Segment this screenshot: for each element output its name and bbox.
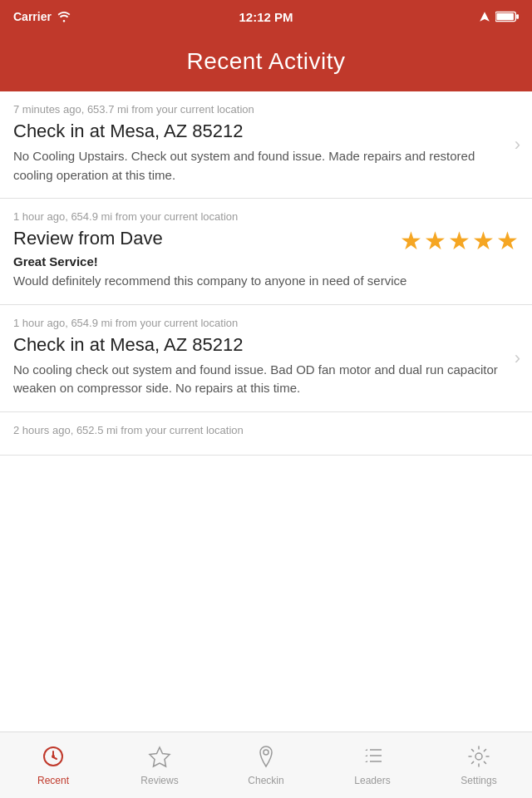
status-bar-left: Carrier: [13, 10, 71, 23]
activity-item-1[interactable]: 7 minutes ago, 653.7 mi from your curren…: [0, 91, 532, 199]
star-4: ★: [472, 229, 495, 254]
activity-item-2[interactable]: 1 hour ago, 654.9 mi from your current l…: [0, 199, 532, 305]
status-bar: Carrier 12:12 PM: [0, 0, 532, 33]
svg-marker-5: [150, 747, 170, 766]
activity-item-4: 2 hours ago, 652.5 mi from your current …: [0, 412, 532, 456]
tab-checkin[interactable]: Checkin: [213, 732, 319, 798]
activity-meta-2: 1 hour ago, 654.9 mi from your current l…: [13, 210, 519, 223]
chevron-icon-1: ›: [515, 134, 520, 155]
svg-rect-1: [516, 14, 519, 19]
tab-reviews-label: Reviews: [140, 775, 178, 786]
carrier-text: Carrier: [13, 10, 52, 23]
activity-subtitle-2: Great Service!: [13, 254, 519, 268]
activity-title-3: Check in at Mesa, AZ 85212: [13, 334, 499, 356]
activity-meta-1: 7 minutes ago, 653.7 mi from your curren…: [13, 103, 499, 116]
tab-reviews[interactable]: Reviews: [106, 732, 213, 798]
star-3: ★: [448, 229, 470, 254]
chevron-icon-3: ›: [515, 347, 520, 369]
tab-settings-label: Settings: [461, 775, 496, 786]
review-title-row: Review from Dave ★ ★ ★ ★ ★: [13, 228, 519, 254]
star-icon: [148, 745, 171, 771]
gear-icon: [467, 745, 490, 771]
leaders-icon: [361, 745, 384, 771]
star-2: ★: [424, 229, 446, 254]
activity-meta-4: 2 hours ago, 652.5 mi from your current …: [13, 424, 519, 436]
star-5: ★: [496, 229, 519, 254]
battery-icon: [495, 11, 519, 22]
svg-point-6: [264, 750, 268, 755]
activity-body-1: No Cooling Upstairs. Check out system an…: [13, 147, 499, 185]
tab-bar: Recent Reviews Checkin: [0, 732, 532, 798]
svg-marker-7: [365, 749, 367, 751]
tab-settings[interactable]: Settings: [426, 732, 532, 798]
tab-checkin-label: Checkin: [248, 775, 283, 786]
activity-title-2: Review from Dave: [13, 228, 163, 249]
svg-point-4: [52, 755, 55, 758]
tab-recent-label: Recent: [37, 775, 69, 786]
svg-marker-9: [365, 755, 367, 756]
location-arrow-icon: [479, 11, 490, 22]
activity-title-1: Check in at Mesa, AZ 85212: [13, 121, 499, 142]
wifi-icon: [57, 11, 71, 22]
star-1: ★: [400, 229, 422, 254]
activity-meta-3: 1 hour ago, 654.9 mi from your current l…: [13, 317, 499, 329]
svg-rect-2: [496, 13, 514, 20]
tab-leaders-label: Leaders: [354, 775, 390, 786]
checkin-icon: [254, 745, 278, 771]
activity-list: 7 minutes ago, 653.7 mi from your curren…: [0, 91, 532, 522]
status-time: 12:12 PM: [239, 10, 293, 24]
nav-header: Recent Activity: [0, 33, 532, 91]
tab-leaders[interactable]: Leaders: [319, 732, 426, 798]
activity-item-3[interactable]: 1 hour ago, 654.9 mi from your current l…: [0, 305, 532, 412]
status-bar-right: [479, 11, 519, 22]
clock-icon: [42, 745, 65, 771]
svg-point-13: [475, 753, 482, 760]
tab-recent[interactable]: Recent: [0, 732, 106, 798]
star-rating: ★ ★ ★ ★ ★: [400, 229, 519, 254]
activity-body-3: No cooling check out system and found is…: [13, 361, 499, 398]
activity-body-2: Would definitely recommend this company …: [13, 272, 519, 291]
svg-marker-11: [365, 761, 367, 762]
page-title: Recent Activity: [186, 48, 345, 74]
